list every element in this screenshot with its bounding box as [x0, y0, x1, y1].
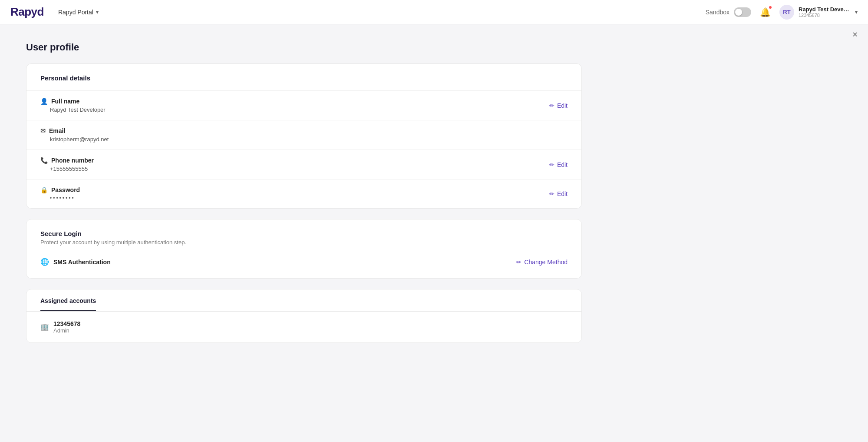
portal-selector[interactable]: Rapyd Portal ▾ — [58, 9, 99, 16]
navbar-divider — [51, 6, 51, 18]
edit-pencil-icon: ✏ — [549, 102, 554, 109]
sandbox-label: Sandbox — [706, 9, 729, 16]
password-edit-pencil-icon: ✏ — [549, 190, 554, 197]
logo: Rapyd — [10, 5, 44, 19]
secure-login-description: Protect your account by using multiple a… — [40, 239, 568, 246]
personal-details-title: Personal details — [26, 64, 581, 90]
sandbox-toggle-switch[interactable] — [734, 7, 751, 17]
main-content: User profile Personal details 👤 Full nam… — [0, 24, 608, 371]
phone-value: +15555555555 — [40, 166, 94, 172]
email-value: kristopherm@rapyd.net — [40, 136, 109, 143]
logo-text: Rapyd — [10, 5, 44, 19]
fullname-row: 👤 Full name Rapyd Test Developer ✏ Edit — [26, 90, 581, 120]
account-building-icon: 🏢 — [40, 323, 49, 331]
email-field-left: ✉ Email kristopherm@rapyd.net — [40, 127, 109, 143]
close-button[interactable]: × — [852, 30, 858, 40]
phone-field-left: 📞 Phone number +15555555555 — [40, 157, 94, 172]
avatar: RT — [779, 5, 794, 20]
phone-row: 📞 Phone number +15555555555 ✏ Edit — [26, 150, 581, 179]
accounts-tabs-bar: Assigned accounts — [26, 289, 581, 312]
phone-edit-button[interactable]: ✏ Edit — [549, 161, 568, 168]
phone-edit-pencil-icon: ✏ — [549, 161, 554, 168]
lock-icon: 🔒 — [40, 186, 48, 193]
user-name: Rapyd Test Develo... — [799, 6, 851, 13]
sms-globe-icon: 🌐 — [40, 258, 49, 266]
sms-authentication-row: 🌐 SMS Authentication ✏ Change Method — [26, 249, 581, 278]
navbar: Rapyd Rapyd Portal ▾ Sandbox 🔔 RT Rapyd … — [0, 0, 868, 24]
phone-label: 📞 Phone number — [40, 157, 94, 164]
fullname-value: Rapyd Test Developer — [40, 106, 106, 113]
user-chevron-icon: ▾ — [855, 9, 858, 15]
email-row: ✉ Email kristopherm@rapyd.net — [26, 120, 581, 150]
fullname-field-left: 👤 Full name Rapyd Test Developer — [40, 98, 106, 113]
portal-chevron-icon: ▾ — [96, 9, 99, 15]
sms-method-label: SMS Authentication — [53, 259, 111, 266]
password-label: 🔒 Password — [40, 186, 80, 193]
email-icon: ✉ — [40, 127, 46, 134]
fullname-edit-button[interactable]: ✏ Edit — [549, 102, 568, 109]
assigned-accounts-card: Assigned accounts 🏢 12345678 Admin — [26, 289, 582, 343]
email-label: ✉ Email — [40, 127, 109, 134]
user-id: 12345678 — [799, 13, 851, 18]
notification-badge — [768, 5, 772, 10]
toggle-thumb — [735, 9, 742, 16]
phone-icon: 📞 — [40, 157, 48, 164]
secure-login-header: Secure Login Protect your account by usi… — [26, 219, 581, 249]
account-info: 12345678 Admin — [53, 320, 80, 334]
secure-login-title: Secure Login — [40, 230, 568, 237]
password-value: •••••••• — [40, 195, 80, 201]
password-edit-button[interactable]: ✏ Edit — [549, 190, 568, 197]
sms-left: 🌐 SMS Authentication — [40, 258, 111, 266]
personal-details-card: Personal details 👤 Full name Rapyd Test … — [26, 63, 582, 209]
password-row: 🔒 Password •••••••• ✏ Edit — [26, 179, 581, 208]
notifications-icon[interactable]: 🔔 — [760, 7, 771, 17]
secure-login-card: Secure Login Protect your account by usi… — [26, 219, 582, 279]
assigned-accounts-tab[interactable]: Assigned accounts — [40, 289, 96, 311]
portal-label: Rapyd Portal — [58, 9, 93, 16]
page-title: User profile — [26, 42, 582, 53]
change-method-button[interactable]: ✏ Change Method — [516, 259, 568, 266]
account-id: 12345678 — [53, 320, 80, 327]
sandbox-toggle: Sandbox — [706, 7, 751, 17]
navbar-right: Sandbox 🔔 RT Rapyd Test Develo... 123456… — [706, 5, 858, 20]
account-row: 🏢 12345678 Admin — [26, 312, 581, 342]
user-menu[interactable]: RT Rapyd Test Develo... 12345678 ▾ — [779, 5, 858, 20]
change-method-pencil-icon: ✏ — [516, 259, 521, 266]
password-field-left: 🔒 Password •••••••• — [40, 186, 80, 201]
user-details: Rapyd Test Develo... 12345678 — [799, 6, 851, 18]
person-icon: 👤 — [40, 98, 48, 105]
account-role: Admin — [53, 327, 80, 334]
fullname-label: 👤 Full name — [40, 98, 106, 105]
